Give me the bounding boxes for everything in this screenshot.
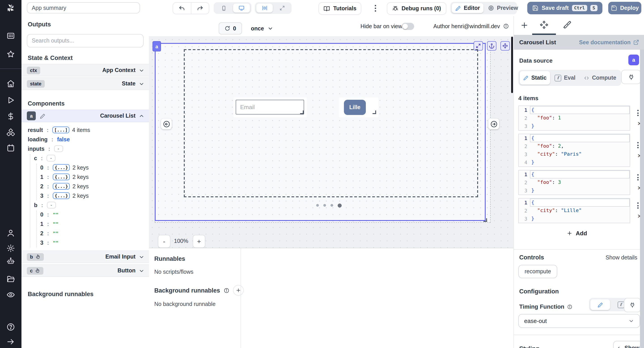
component-a-row[interactable]: a Carousel List <box>22 110 149 122</box>
app-summary-input[interactable]: App summary <box>27 2 140 14</box>
add-item-button[interactable]: Add <box>514 230 640 236</box>
debug-runs-button[interactable]: Debug runs (0) <box>387 2 446 15</box>
line-number: 1 <box>519 170 530 178</box>
connect-data-source-button[interactable] <box>621 70 641 84</box>
tree-expand-toggle[interactable]: {...} <box>53 183 70 190</box>
tree-expand-toggle[interactable]: - <box>54 145 63 152</box>
email-input-component[interactable]: Email <box>236 100 304 114</box>
carousel-dot[interactable] <box>316 204 319 207</box>
ctx-row[interactable]: ctx App Context <box>22 64 149 76</box>
zoom-out-button[interactable]: - <box>158 235 170 248</box>
help-icon[interactable] <box>6 322 15 332</box>
info-icon[interactable] <box>224 288 230 293</box>
selected-component-tag: a <box>152 41 161 52</box>
chevron-down-icon[interactable] <box>139 268 144 274</box>
preview-tab[interactable]: Preview <box>484 3 522 13</box>
component-c-row[interactable]: c Button <box>22 264 149 277</box>
schedules-calendar-icon[interactable] <box>6 144 15 152</box>
redo-button[interactable] <box>191 5 209 12</box>
json-item-editor[interactable]: 123{ "foo": 1} <box>518 106 630 130</box>
frame-resize-handle[interactable] <box>484 218 487 222</box>
show-details-link[interactable]: Show details <box>606 254 637 261</box>
tutorials-button[interactable]: Tutorials <box>318 2 361 15</box>
folders-icon[interactable] <box>6 275 15 284</box>
runs-play-icon[interactable] <box>6 96 15 105</box>
anchor-component-button[interactable] <box>487 41 496 50</box>
resources-boxes-icon[interactable] <box>6 128 15 137</box>
show-styling-button[interactable]: Show <box>613 341 643 348</box>
app-canvas[interactable]: a Email Lille - 100% + <box>149 36 514 248</box>
tree-expand-toggle[interactable]: [...] <box>52 126 69 133</box>
zoom-in-button[interactable]: + <box>193 235 205 248</box>
center-canvas-button[interactable] <box>256 4 273 12</box>
insert-component-tab[interactable] <box>520 21 528 30</box>
timing-static-tab[interactable] <box>590 299 610 310</box>
undo-button[interactable] <box>173 5 191 12</box>
save-draft-button[interactable]: Save draft Ctrl S <box>527 2 602 14</box>
chevron-up-icon[interactable] <box>139 113 144 119</box>
edit-id-pencil-icon[interactable] <box>40 113 46 119</box>
editor-tab[interactable]: Editor <box>452 3 484 13</box>
full-width-button[interactable] <box>274 4 290 12</box>
state-row[interactable]: state State <box>22 78 149 90</box>
deploy-button[interactable]: Deploy <box>608 2 641 14</box>
users-icon[interactable] <box>6 228 15 238</box>
tree-expand-toggle[interactable]: {...} <box>53 192 70 199</box>
styling-tab[interactable] <box>562 20 572 30</box>
info-icon[interactable] <box>567 304 572 309</box>
recompute-button[interactable]: recompute <box>518 265 557 278</box>
audit-eye-icon[interactable] <box>6 290 15 299</box>
windmill-logo-icon[interactable] <box>6 3 16 13</box>
expand-rail-arrow-icon[interactable] <box>6 337 15 346</box>
carousel-dot[interactable] <box>330 204 333 207</box>
chevron-down-icon[interactable] <box>139 67 144 73</box>
chevron-down-icon[interactable] <box>139 254 144 260</box>
tree-expand-toggle[interactable]: - <box>47 202 56 208</box>
button-component[interactable]: Lille <box>344 100 366 115</box>
carousel-dot[interactable] <box>323 204 326 207</box>
frequency-select[interactable]: once <box>251 22 273 34</box>
output-tree-row: 0 : "" <box>22 210 149 219</box>
apps-icon[interactable] <box>6 31 15 40</box>
settings-gear-icon[interactable] <box>6 244 15 253</box>
timing-connect-button[interactable] <box>624 298 641 312</box>
json-item-editor[interactable]: 123{ "foo": 3} <box>518 170 630 195</box>
eval-mode-tab[interactable]: f Eval <box>551 71 579 84</box>
line-number: 1 <box>519 198 530 207</box>
tree-expand-toggle[interactable]: {...} <box>53 174 70 180</box>
search-outputs-input[interactable]: Search outputs... <box>27 34 144 48</box>
more-menu-button[interactable] <box>372 3 378 14</box>
move-component-button[interactable] <box>500 41 510 50</box>
static-mode-tab[interactable]: Static <box>520 71 550 84</box>
compute-mode-tab[interactable]: Compute <box>580 71 620 84</box>
hide-bar-toggle[interactable] <box>402 23 414 30</box>
plug-icon <box>628 74 634 80</box>
timing-function-select[interactable]: ease-out <box>518 314 640 328</box>
carousel-prev-button[interactable] <box>161 118 172 129</box>
add-background-runnable-button[interactable] <box>233 285 244 296</box>
see-documentation-link[interactable]: See documentation <box>579 39 639 46</box>
favorites-star-icon[interactable] <box>6 50 15 58</box>
chevron-down-icon[interactable] <box>139 81 144 86</box>
resize-handle[interactable] <box>300 110 304 114</box>
carousel-dot[interactable] <box>338 203 342 207</box>
variables-dollar-icon[interactable] <box>6 112 15 121</box>
refresh-counter-button[interactable]: 0 <box>219 22 242 34</box>
panel-scrollbar[interactable] <box>640 50 644 348</box>
canvas-scrollbar[interactable] <box>511 37 513 93</box>
desktop-view-button[interactable] <box>233 4 250 12</box>
output-tree-row: 1 : {...}2 keys <box>22 172 149 182</box>
carousel-next-button[interactable] <box>488 118 499 129</box>
json-item-editor[interactable]: 1234{ "foo": 2, "city": "Paris"} <box>518 134 630 167</box>
json-item-editor[interactable]: 123{ "city": "Lille"} <box>518 198 630 223</box>
mobile-view-button[interactable] <box>215 4 232 12</box>
background-runnables-title: Background runnables <box>28 291 94 298</box>
home-icon[interactable] <box>6 79 15 88</box>
tree-expand-toggle[interactable]: - <box>46 155 56 162</box>
workers-robot-icon[interactable] <box>6 257 15 266</box>
tree-expand-toggle[interactable]: {...} <box>53 164 70 171</box>
component-settings-tab[interactable] <box>539 20 549 30</box>
resize-handle[interactable] <box>372 110 376 114</box>
component-b-row[interactable]: b Email Input <box>22 250 149 263</box>
info-icon[interactable] <box>503 23 509 29</box>
